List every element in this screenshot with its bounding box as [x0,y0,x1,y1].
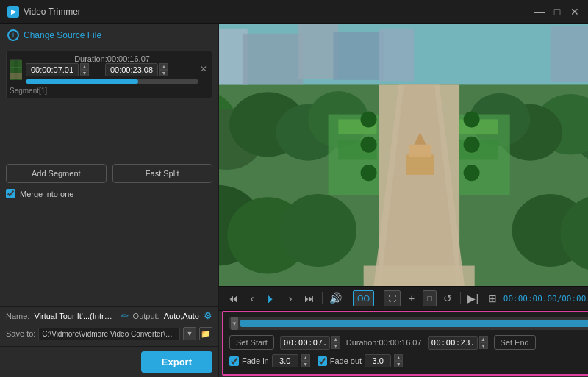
timeline-filled-range [240,320,588,327]
start-spin-down[interactable]: ▼ [80,70,89,76]
separator-4 [460,292,461,304]
fade-in-spinner: ▲ ▼ [301,354,310,367]
loop-button[interactable]: OO [353,290,374,306]
fade-in-value[interactable] [272,354,298,367]
fade-out-spinner: ▲ ▼ [394,354,403,367]
timeline-area: ▼ Set Start ▲ ▼ Duration:00:00:16.07 [222,311,588,376]
fullscreen-button[interactable]: ⛶ [384,290,401,306]
segment-close-button[interactable]: ✕ [198,64,209,74]
svg-rect-9 [333,32,384,80]
start-spinner: ▲ ▼ [80,63,89,76]
fade-in-checkbox[interactable] [229,356,239,366]
video-preview [219,24,588,286]
name-label: Name: [6,312,29,320]
svg-rect-7 [243,34,303,85]
start-time-down[interactable]: ▼ [331,342,340,349]
fade-out-item: Fade out ▲ ▼ [318,354,403,367]
svg-rect-10 [379,29,414,81]
play-range-button[interactable]: ▶| [465,290,481,306]
gear-icon[interactable]: ⚙ [204,310,212,321]
merge-label: Merge into one [20,190,74,198]
time-display: 00:00:00.00/00:00:30.01 [503,294,588,304]
segment-start-input[interactable] [26,63,79,76]
output-label: Output: [133,312,159,320]
minimize-button[interactable]: — [534,6,545,18]
main-layout: + Change Source File Duration:0 [0,24,588,377]
name-value: Virtual Tour It'...(Intramuros).mp4 [34,312,116,320]
folder-open-button[interactable]: 📁 [199,327,212,340]
saveto-path: C:\Vidmore\Vidmore Video Converter\Trimm… [38,328,180,340]
end-time-down[interactable]: ▼ [479,342,488,349]
merge-checkbox[interactable] [6,189,15,198]
settings-box-button[interactable]: □ [423,290,437,306]
thumbnail-svg [10,60,22,80]
close-button[interactable]: ✕ [569,6,581,18]
timeline-track[interactable]: ▼ [229,317,588,330]
svg-point-43 [464,165,480,181]
skip-end-button[interactable]: ⏭ [301,290,318,306]
set-end-button[interactable]: Set End [494,335,536,350]
svg-point-42 [464,137,480,153]
separator-1 [322,292,323,304]
right-panel: ⏮ ‹ ⏵ › ⏭ 🔊 OO ⛶ + □ ↺ ▶| ⊞ 00:00:00.00/… [219,24,588,377]
svg-point-41 [464,111,480,127]
saveto-dropdown-button[interactable]: ▼ [183,327,196,340]
segment-end-input[interactable] [105,63,158,76]
app-title: Video Trimmer [24,7,81,17]
timeline-left-marker[interactable]: ▼ [231,317,238,330]
end-spin-down[interactable]: ▼ [159,70,168,76]
segment-bar-fill [26,79,138,84]
start-time-display: ▲ ▼ [280,336,340,350]
svg-rect-2 [10,67,22,68]
export-button[interactable]: Export [141,351,212,373]
app-icon: ▶ [7,6,19,18]
set-start-button[interactable]: Set Start [229,335,274,350]
left-panel: + Change Source File Duration:0 [0,24,219,377]
saveto-label: Save to: [6,329,35,338]
fade-out-up[interactable]: ▲ [394,354,403,361]
end-time-input[interactable] [428,336,478,350]
segment-progress-bar [26,79,198,84]
prev-frame-button[interactable]: ‹ [244,290,260,306]
maximize-button[interactable]: □ [551,6,563,18]
next-frame-button[interactable]: › [282,290,298,306]
svg-point-38 [361,111,377,127]
fade-in-label: Fade in [242,356,269,365]
add-segment-button[interactable]: Add Segment [6,164,107,183]
skip-start-button[interactable]: ⏮ [225,290,241,306]
merge-row: Merge into one [0,189,218,203]
bottom-buttons: Add Segment Fast Split [0,158,218,189]
duration-display: Duration:00:00:16.07 [346,338,422,347]
fade-out-label: Fade out [330,356,362,365]
start-spin-up[interactable]: ▲ [80,63,89,70]
start-time-input[interactable] [280,336,330,350]
play-button[interactable]: ⏵ [263,290,279,306]
rotate-button[interactable]: ↺ [440,290,456,306]
fast-split-button[interactable]: Fast Split [112,164,213,183]
preview-svg [219,24,588,286]
segment-duration: Duration:00:00:16.07 [26,54,198,63]
time-dash: — [92,66,102,74]
change-source-button[interactable]: + Change Source File [0,24,218,47]
crop-button[interactable]: + [404,290,420,306]
svg-point-39 [361,137,377,153]
app-icon-symbol: ▶ [11,8,16,15]
end-time-up[interactable]: ▲ [479,336,488,342]
volume-button[interactable]: 🔊 [327,290,343,306]
start-time-up[interactable]: ▲ [331,336,340,342]
fade-out-down[interactable]: ▼ [394,361,403,367]
play-all-button[interactable]: ⊞ [484,290,501,306]
fade-out-checkbox[interactable] [318,356,327,366]
output-value: Auto;Auto [164,312,199,320]
filter-icon: ▼ [232,320,237,327]
fade-out-value[interactable] [365,354,391,367]
svg-rect-30 [409,145,431,157]
end-time-display: ▲ ▼ [428,336,488,350]
fade-in-down[interactable]: ▼ [301,361,310,367]
edit-icon[interactable]: ✏ [121,311,129,321]
saveto-row: Save to: C:\Vidmore\Vidmore Video Conver… [0,324,218,347]
fade-in-item: Fade in ▲ ▼ [229,354,310,367]
fade-in-up[interactable]: ▲ [301,354,310,361]
segment-thumbnail [10,59,21,79]
end-spin-up[interactable]: ▲ [159,63,168,70]
